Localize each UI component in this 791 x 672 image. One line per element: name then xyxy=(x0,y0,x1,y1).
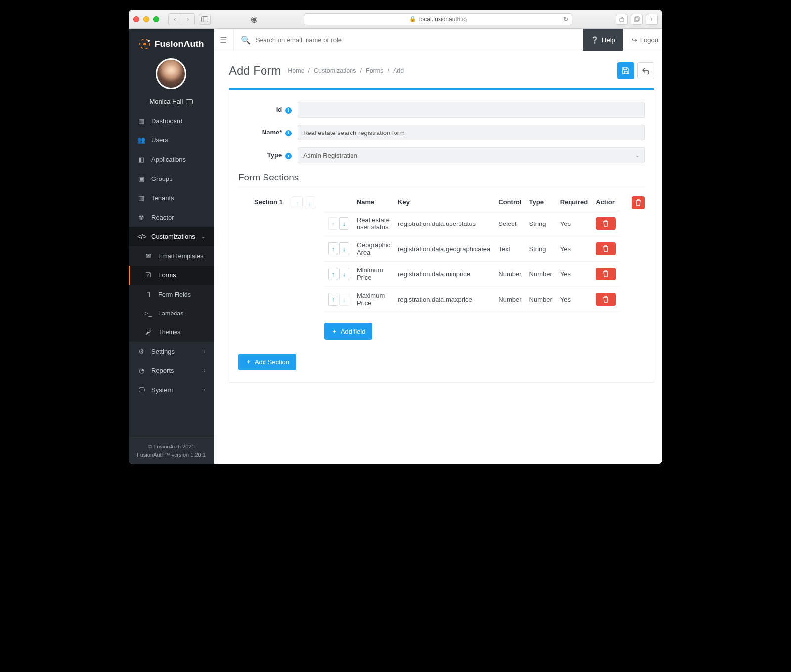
chevron-down-icon: ⌄ xyxy=(635,153,639,158)
field-move-up-button[interactable]: ↑ xyxy=(328,242,338,255)
breadcrumb-customizations[interactable]: Customizations xyxy=(314,67,356,74)
id-label: Id i xyxy=(238,106,298,114)
chevron-left-icon: ‹ xyxy=(204,349,205,354)
reactor-icon: ☢ xyxy=(137,214,145,221)
maximize-window-icon[interactable] xyxy=(153,16,159,22)
section-move-down-button[interactable]: ↓ xyxy=(305,196,315,209)
undo-icon xyxy=(642,67,650,75)
url-bar[interactable]: 🔒 local.fusionauth.io ↻ xyxy=(304,13,572,25)
sidebar-item-system[interactable]: 🖵System‹ xyxy=(129,380,214,400)
sidebar-item-lambdas[interactable]: >_Lambdas xyxy=(129,304,214,323)
sidebar-toggle-icon[interactable] xyxy=(199,14,211,25)
forward-button[interactable]: › xyxy=(181,14,194,25)
back-action-button[interactable] xyxy=(637,62,654,79)
field-move-up-button[interactable]: ↑ xyxy=(328,217,338,230)
monitor-icon: 🖵 xyxy=(137,386,145,394)
back-button[interactable]: ‹ xyxy=(169,14,181,25)
dashboard-icon: ▦ xyxy=(137,117,145,125)
url-text: local.fusionauth.io xyxy=(419,16,467,23)
delete-field-button[interactable] xyxy=(596,242,615,255)
field-key: registration.data.geographicarea xyxy=(394,236,494,262)
breadcrumb-home[interactable]: Home xyxy=(288,67,304,74)
privacy-shield-icon[interactable]: ◉ xyxy=(248,14,260,24)
field-move-down-button[interactable]: ↓ xyxy=(339,268,349,280)
col-control: Control xyxy=(494,193,525,211)
sidebar-item-forms[interactable]: ☑Forms xyxy=(129,266,214,285)
name-input[interactable] xyxy=(298,125,645,140)
table-row: ↑ ↓ Real estate user status registration… xyxy=(324,211,620,236)
users-icon: 👥 xyxy=(137,136,145,144)
info-icon[interactable]: i xyxy=(285,153,292,159)
table-row: ↑ ↓ Minimum Price registration.data.minp… xyxy=(324,262,620,287)
field-name: Real estate user status xyxy=(353,211,394,236)
collapse-sidebar-button[interactable]: ☰ xyxy=(214,29,234,51)
browser-chrome: ‹ › ◉ 🔒 local.fusionauth.io ↻ + xyxy=(129,10,662,29)
row-id: Id i xyxy=(238,102,645,118)
field-move-down-button[interactable]: ↓ xyxy=(339,293,349,306)
brand-text: FusionAuth xyxy=(154,39,204,49)
new-tab-button[interactable]: + xyxy=(646,14,658,25)
main: ☰ 🔍 ❔ Help ↪ Logout Add Form Home/ xyxy=(214,29,662,464)
add-section-button[interactable]: ＋ Add Section xyxy=(238,354,296,370)
sidebar-item-customizations[interactable]: </>Customizations⌄ xyxy=(129,227,214,246)
svg-rect-4 xyxy=(635,17,639,21)
reload-icon[interactable]: ↻ xyxy=(563,16,568,23)
save-button[interactable] xyxy=(617,62,634,79)
field-move-down-button[interactable]: ↓ xyxy=(339,217,349,230)
search-icon: 🔍 xyxy=(241,35,251,45)
delete-field-button[interactable] xyxy=(596,268,615,280)
minimize-window-icon[interactable] xyxy=(143,16,149,22)
sidebar-item-groups[interactable]: ▣Groups xyxy=(129,169,214,188)
field-move-up-button[interactable]: ↑ xyxy=(328,293,338,306)
breadcrumb-forms[interactable]: Forms xyxy=(366,67,383,74)
nav-buttons: ‹ › xyxy=(168,13,195,25)
help-button[interactable]: ❔ Help xyxy=(583,29,623,51)
sidebar-item-settings[interactable]: ⚙Settings‹ xyxy=(129,342,214,361)
field-type: Number xyxy=(526,262,556,287)
delete-field-button[interactable] xyxy=(596,217,615,230)
delete-section-button[interactable] xyxy=(632,196,645,209)
field-required: Yes xyxy=(556,236,592,262)
field-required: Yes xyxy=(556,262,592,287)
sidebar-item-applications[interactable]: ◧Applications xyxy=(129,150,214,169)
field-move-up-button[interactable]: ↑ xyxy=(328,268,338,280)
chevron-left-icon: ‹ xyxy=(204,368,205,373)
info-icon[interactable]: i xyxy=(285,107,292,114)
trash-icon xyxy=(635,199,641,206)
logout-button[interactable]: ↪ Logout xyxy=(623,29,662,51)
sidebar-item-form-fields[interactable]: ꞀForm Fields xyxy=(129,285,214,304)
logo-icon xyxy=(138,38,151,50)
field-move-down-button[interactable]: ↓ xyxy=(339,242,349,255)
sidebar-item-themes[interactable]: 🖌Themes xyxy=(129,323,214,342)
svg-point-6 xyxy=(143,43,146,45)
type-label: Type i xyxy=(238,151,298,159)
field-required: Yes xyxy=(556,287,592,312)
add-field-button[interactable]: ＋ Add field xyxy=(324,323,373,340)
close-window-icon[interactable] xyxy=(133,16,139,22)
name-label: Name* i xyxy=(238,129,298,136)
table-row: ↑ ↓ Geographic Area registration.data.ge… xyxy=(324,236,620,262)
search-input[interactable] xyxy=(256,36,576,44)
sidebar-item-email-templates[interactable]: ✉Email Templates xyxy=(129,246,214,266)
field-type: Number xyxy=(526,287,556,312)
share-icon[interactable] xyxy=(616,14,628,25)
chevron-left-icon: ‹ xyxy=(204,387,205,393)
type-select[interactable]: Admin Registration ⌄ xyxy=(298,147,645,163)
sidebar-item-dashboard[interactable]: ▦Dashboard xyxy=(129,111,214,131)
svg-rect-3 xyxy=(634,18,638,22)
sidebar-item-reports[interactable]: ◔Reports‹ xyxy=(129,361,214,380)
avatar[interactable] xyxy=(156,58,186,89)
sidebar-item-tenants[interactable]: ▥Tenants xyxy=(129,188,214,208)
tabs-icon[interactable] xyxy=(631,14,643,25)
sidebar-item-reactor[interactable]: ☢Reactor xyxy=(129,208,214,227)
chart-icon: ◔ xyxy=(137,367,145,374)
delete-field-button[interactable] xyxy=(596,293,615,306)
info-icon[interactable]: i xyxy=(285,130,292,136)
col-required: Required xyxy=(556,193,592,211)
sidebar-item-users[interactable]: 👥Users xyxy=(129,131,214,150)
section-move-up-button[interactable]: ↑ xyxy=(292,196,303,209)
fields-table: Name Key Control Type Required Action xyxy=(324,193,620,312)
page-title: Add Form xyxy=(229,64,281,78)
chevron-down-icon: ⌄ xyxy=(201,234,205,239)
field-required: Yes xyxy=(556,211,592,236)
